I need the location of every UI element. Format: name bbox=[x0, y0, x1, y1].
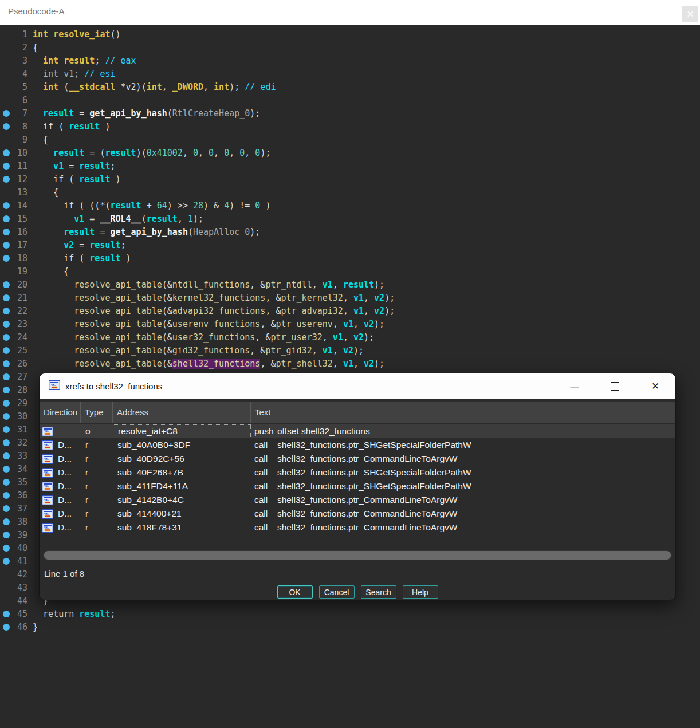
breakpoint-dot[interactable] bbox=[3, 321, 10, 328]
breakpoint-gutter[interactable] bbox=[0, 413, 13, 420]
breakpoint-dot[interactable] bbox=[3, 176, 10, 183]
breakpoint-gutter[interactable] bbox=[0, 255, 13, 262]
window-close-button[interactable]: ✕ bbox=[682, 6, 698, 22]
code-line[interactable]: 4 int v1; // esi bbox=[0, 67, 395, 80]
breakpoint-dot[interactable] bbox=[3, 255, 10, 262]
breakpoint-dot[interactable] bbox=[3, 149, 10, 156]
code-line[interactable]: 22 resolve_api_table(&advapi32_functions… bbox=[0, 304, 395, 317]
column-header-address[interactable]: Address bbox=[113, 402, 251, 423]
code-line[interactable]: 15 v1 = __ROL4__(result, 1); bbox=[0, 212, 395, 225]
breakpoint-dot[interactable] bbox=[3, 373, 10, 380]
breakpoint-gutter[interactable] bbox=[0, 163, 13, 170]
breakpoint-dot[interactable] bbox=[3, 439, 10, 446]
breakpoint-gutter[interactable] bbox=[0, 545, 13, 552]
column-header-type[interactable]: Type bbox=[81, 402, 113, 423]
breakpoint-dot[interactable] bbox=[3, 545, 10, 552]
breakpoint-dot[interactable] bbox=[3, 624, 10, 631]
code-line[interactable]: 7 result = get_api_by_hash(RtlCreateHeap… bbox=[0, 107, 395, 120]
xref-row[interactable]: oresolve_iat+C8pushoffset shell32_functi… bbox=[40, 424, 675, 438]
breakpoint-gutter[interactable] bbox=[0, 347, 13, 354]
xref-row[interactable]: D...rsub_4142B0+4Ccallshell32_functions.… bbox=[40, 493, 675, 507]
breakpoint-gutter[interactable] bbox=[0, 492, 13, 499]
breakpoint-gutter[interactable] bbox=[0, 229, 13, 235]
search-button[interactable]: Search bbox=[361, 585, 396, 599]
breakpoint-gutter[interactable] bbox=[0, 426, 13, 433]
breakpoint-dot[interactable] bbox=[3, 308, 10, 314]
code-line[interactable]: 19 { bbox=[0, 265, 395, 278]
column-header-text[interactable]: Text bbox=[251, 402, 675, 423]
breakpoint-dot[interactable] bbox=[3, 611, 10, 617]
cancel-button[interactable]: Cancel bbox=[319, 585, 355, 599]
breakpoint-gutter[interactable] bbox=[0, 308, 13, 314]
horizontal-scrollbar[interactable] bbox=[43, 550, 672, 560]
code-line[interactable]: 45 return result; bbox=[0, 607, 395, 620]
breakpoint-gutter[interactable] bbox=[0, 176, 13, 183]
breakpoint-gutter[interactable] bbox=[0, 387, 13, 393]
code-line[interactable]: 26 resolve_api_table(&shell32_functions,… bbox=[0, 357, 395, 370]
breakpoint-dot[interactable] bbox=[3, 281, 10, 288]
breakpoint-gutter[interactable] bbox=[0, 624, 13, 631]
code-line[interactable]: 17 v2 = result; bbox=[0, 238, 395, 251]
breakpoint-dot[interactable] bbox=[3, 452, 10, 459]
help-button[interactable]: Help bbox=[403, 585, 438, 599]
code-line[interactable]: 25 resolve_api_table(&gid32_functions, &… bbox=[0, 344, 395, 357]
breakpoint-gutter[interactable] bbox=[0, 532, 13, 538]
code-line[interactable]: 12 if ( result ) bbox=[0, 172, 395, 186]
breakpoint-dot[interactable] bbox=[3, 163, 10, 170]
breakpoint-gutter[interactable] bbox=[0, 149, 13, 156]
breakpoint-dot[interactable] bbox=[3, 360, 10, 367]
code-line[interactable]: 8 if ( result ) bbox=[0, 120, 395, 133]
breakpoint-gutter[interactable] bbox=[0, 452, 13, 459]
code-line[interactable]: 20 resolve_api_table(&ntdll_functions, &… bbox=[0, 278, 395, 291]
breakpoint-dot[interactable] bbox=[3, 294, 10, 301]
xref-row[interactable]: D...rsub_40E268+7Bcallshell32_functions.… bbox=[40, 466, 675, 479]
dialog-minimize-button[interactable]: — bbox=[566, 377, 583, 395]
code-line[interactable]: 10 result = (result)(0x41002, 0, 0, 0, 0… bbox=[0, 146, 395, 159]
scrollbar-thumb[interactable] bbox=[44, 551, 671, 560]
breakpoint-gutter[interactable] bbox=[0, 400, 13, 407]
xref-table-body[interactable]: oresolve_iat+C8pushoffset shell32_functi… bbox=[40, 424, 675, 534]
ok-button[interactable]: OK bbox=[277, 585, 313, 599]
breakpoint-gutter[interactable] bbox=[0, 123, 13, 130]
dialog-close-button[interactable]: ✕ bbox=[647, 377, 664, 395]
breakpoint-gutter[interactable] bbox=[0, 611, 13, 617]
breakpoint-gutter[interactable] bbox=[0, 110, 13, 117]
xref-row[interactable]: D...rsub_40A0B0+3DFcallshell32_functions… bbox=[40, 438, 675, 452]
breakpoint-gutter[interactable] bbox=[0, 294, 13, 301]
breakpoint-dot[interactable] bbox=[3, 202, 10, 209]
breakpoint-dot[interactable] bbox=[3, 215, 10, 222]
breakpoint-dot[interactable] bbox=[3, 413, 10, 420]
code-line[interactable]: 13 { bbox=[0, 186, 395, 199]
breakpoint-dot[interactable] bbox=[3, 518, 10, 525]
breakpoint-dot[interactable] bbox=[3, 426, 10, 433]
xref-row[interactable]: D...rsub_418F78+31callshell32_functions.… bbox=[40, 521, 675, 534]
code-line[interactable]: 5 int (__stdcall *v2)(int, _DWORD, int);… bbox=[0, 80, 395, 93]
code-line[interactable]: 3 int result; // eax bbox=[0, 54, 395, 67]
breakpoint-gutter[interactable] bbox=[0, 334, 13, 341]
breakpoint-dot[interactable] bbox=[3, 532, 10, 538]
xref-row[interactable]: D...rsub_40D92C+56callshell32_functions.… bbox=[40, 452, 675, 466]
code-line[interactable]: 24 resolve_api_table(&user32_functions, … bbox=[0, 330, 395, 344]
breakpoint-dot[interactable] bbox=[3, 492, 10, 499]
breakpoint-gutter[interactable] bbox=[0, 518, 13, 525]
breakpoint-dot[interactable] bbox=[3, 229, 10, 235]
breakpoint-gutter[interactable] bbox=[0, 321, 13, 328]
code-line[interactable]: 21 resolve_api_table(&kernel32_functions… bbox=[0, 291, 395, 304]
code-line[interactable]: 2{ bbox=[0, 41, 395, 54]
breakpoint-gutter[interactable] bbox=[0, 202, 13, 209]
breakpoint-dot[interactable] bbox=[3, 334, 10, 341]
breakpoint-dot[interactable] bbox=[3, 347, 10, 354]
breakpoint-dot[interactable] bbox=[3, 466, 10, 473]
breakpoint-dot[interactable] bbox=[3, 110, 10, 117]
code-line[interactable]: 11 v1 = result; bbox=[0, 159, 395, 172]
code-line[interactable]: 16 result = get_api_by_hash(HeapAlloc_0)… bbox=[0, 225, 395, 238]
code-line[interactable]: 1int resolve_iat() bbox=[0, 27, 395, 41]
breakpoint-dot[interactable] bbox=[3, 400, 10, 407]
breakpoint-gutter[interactable] bbox=[0, 439, 13, 446]
column-header-direction[interactable]: Direction bbox=[40, 402, 81, 423]
breakpoint-gutter[interactable] bbox=[0, 360, 13, 367]
breakpoint-gutter[interactable] bbox=[0, 215, 13, 222]
breakpoint-gutter[interactable] bbox=[0, 505, 13, 512]
dialog-maximize-button[interactable] bbox=[606, 377, 623, 395]
breakpoint-dot[interactable] bbox=[3, 479, 10, 486]
